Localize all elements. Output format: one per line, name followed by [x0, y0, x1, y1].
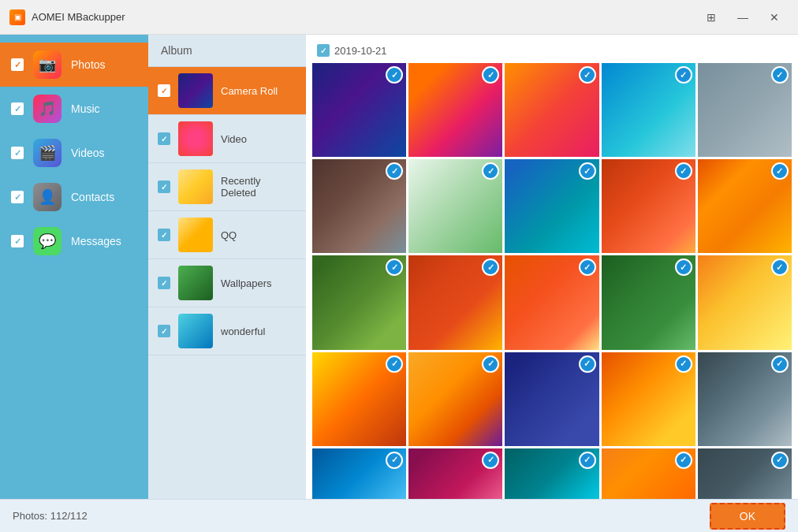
photo-cell[interactable]: ✓ [312, 352, 406, 446]
video-thumb [178, 121, 213, 156]
camera-roll-thumb [178, 73, 213, 108]
photo-cell[interactable]: ✓ [312, 63, 406, 157]
photo-cell[interactable]: ✓ [698, 63, 792, 157]
album-item-video[interactable]: Video [148, 115, 306, 163]
photo-cell[interactable]: ✓ [312, 255, 406, 349]
qq-thumb [178, 218, 213, 252]
video-label: Video [221, 133, 296, 145]
photo-check-4: ✓ [675, 66, 692, 84]
sidebar-music-checkbox[interactable] [11, 102, 24, 115]
photo-cell[interactable]: ✓ [505, 352, 598, 446]
album-wallpapers-checkbox[interactable] [158, 277, 170, 289]
photo-cell[interactable]: ✓ [602, 159, 695, 253]
title-bar-right: ⊞ — ✕ [697, 6, 789, 28]
photo-check-18: ✓ [579, 355, 596, 373]
sidebar-photos-label: Photos [71, 58, 106, 71]
sidebar-contacts-label: Contacts [71, 191, 114, 203]
sidebar-photos-checkbox[interactable] [11, 58, 24, 71]
photo-check-21: ✓ [386, 452, 403, 469]
photo-cell[interactable]: ✓ [408, 63, 502, 157]
album-item-wonderful[interactable]: wonderful [148, 307, 306, 355]
date-checkbox[interactable] [317, 44, 330, 57]
photo-panel: 2019-10-21 ✓ ✓ ✓ ✓ ✓ ✓ ✓ ✓ ✓ ✓ ✓ ✓ ✓ ✓ ✓… [306, 35, 798, 499]
album-header: Album [148, 35, 306, 67]
photo-cell[interactable]: ✓ [505, 63, 598, 157]
photo-cell[interactable]: ✓ [312, 159, 406, 253]
photo-cell[interactable]: ✓ [505, 159, 598, 253]
photo-cell[interactable]: ✓ [698, 159, 792, 253]
sidebar-videos-checkbox[interactable] [11, 147, 24, 159]
ok-button[interactable]: OK [710, 503, 785, 530]
album-video-checkbox[interactable] [158, 132, 170, 145]
album-item-wallpapers[interactable]: Wallpapers [148, 259, 306, 307]
recently-deleted-label: Recently Deleted [221, 175, 296, 199]
title-text: AOMEI MBackupper [32, 11, 125, 23]
list-view-button[interactable]: ⊞ [697, 6, 725, 28]
camera-roll-label: Camera Roll [221, 85, 296, 97]
title-bar: AOMEI MBackupper ⊞ — ✕ [0, 0, 798, 35]
sidebar-item-contacts[interactable]: 👤 Contacts [0, 175, 148, 219]
sidebar-messages-label: Messages [71, 235, 121, 247]
album-camera-roll-checkbox[interactable] [158, 84, 170, 97]
photo-cell[interactable]: ✓ [602, 352, 695, 446]
photo-check-8: ✓ [579, 162, 596, 180]
photo-cell[interactable]: ✓ [505, 448, 598, 499]
album-item-camera-roll[interactable]: Camera Roll [148, 67, 306, 115]
sidebar-videos-label: Videos [71, 147, 105, 159]
main-content: 📷 Photos 🎵 Music 🎬 Videos 👤 Contacts 💬 M… [0, 35, 798, 499]
sidebar-music-label: Music [71, 102, 100, 115]
qq-label: QQ [221, 229, 296, 241]
wallpapers-label: Wallpapers [221, 277, 296, 289]
recently-deleted-thumb [178, 169, 213, 204]
album-wonderful-checkbox[interactable] [158, 325, 170, 337]
photo-cell[interactable]: ✓ [408, 159, 502, 253]
sidebar-item-messages[interactable]: 💬 Messages [0, 219, 148, 263]
wonderful-thumb [178, 314, 213, 348]
photo-cell[interactable]: ✓ [408, 448, 502, 499]
photo-cell[interactable]: ✓ [312, 448, 406, 499]
photo-cell[interactable]: ✓ [408, 255, 502, 349]
photo-check-24: ✓ [675, 452, 692, 469]
status-bar: Photos: 112/112 OK [0, 499, 798, 532]
photo-cell[interactable]: ✓ [602, 63, 695, 157]
photo-grid: ✓ ✓ ✓ ✓ ✓ ✓ ✓ ✓ ✓ ✓ ✓ ✓ ✓ ✓ ✓ ✓ ✓ ✓ ✓ ✓ … [312, 63, 792, 499]
photo-cell[interactable]: ✓ [602, 255, 695, 349]
photo-cell[interactable]: ✓ [698, 352, 792, 446]
photo-check-25: ✓ [771, 452, 789, 469]
date-header: 2019-10-21 [312, 41, 792, 63]
wonderful-label: wonderful [221, 326, 296, 337]
photo-cell[interactable]: ✓ [698, 448, 792, 499]
photo-check-9: ✓ [675, 162, 692, 180]
photo-check-5: ✓ [771, 66, 789, 84]
album-qq-checkbox[interactable] [158, 229, 170, 241]
photo-check-13: ✓ [579, 259, 596, 276]
photo-check-23: ✓ [579, 452, 596, 469]
sidebar-item-music[interactable]: 🎵 Music [0, 87, 148, 131]
album-recently-deleted-checkbox[interactable] [158, 180, 170, 193]
close-icon: ✕ [770, 11, 779, 24]
photo-check-20: ✓ [771, 355, 789, 373]
album-item-recently-deleted[interactable]: Recently Deleted [148, 163, 306, 211]
photo-cell[interactable]: ✓ [602, 448, 695, 499]
minimize-icon: — [737, 11, 748, 24]
wallpapers-thumb [178, 266, 213, 300]
photo-cell[interactable]: ✓ [408, 352, 502, 446]
sidebar-item-photos[interactable]: 📷 Photos [0, 43, 148, 87]
close-button[interactable]: ✕ [760, 6, 789, 28]
status-text: Photos: 112/112 [13, 510, 88, 522]
album-item-qq[interactable]: QQ [148, 211, 306, 259]
sidebar-contacts-checkbox[interactable] [11, 191, 24, 203]
minimize-button[interactable]: — [729, 6, 757, 28]
photo-check-19: ✓ [675, 355, 692, 373]
photo-cell[interactable]: ✓ [698, 255, 792, 349]
sidebar-item-videos[interactable]: 🎬 Videos [0, 131, 148, 175]
sidebar: 📷 Photos 🎵 Music 🎬 Videos 👤 Contacts 💬 M… [0, 35, 148, 499]
photo-check-16: ✓ [386, 355, 403, 373]
sidebar-messages-checkbox[interactable] [11, 235, 24, 247]
app-icon [9, 9, 25, 25]
photo-check-17: ✓ [482, 355, 499, 373]
photo-check-3: ✓ [579, 66, 596, 84]
photo-cell[interactable]: ✓ [505, 255, 598, 349]
messages-icon: 💬 [33, 227, 62, 255]
date-label: 2019-10-21 [334, 45, 387, 57]
